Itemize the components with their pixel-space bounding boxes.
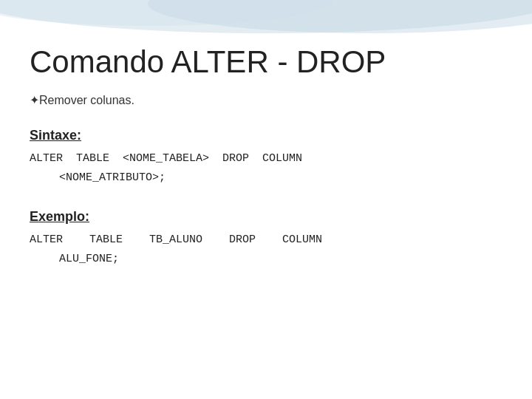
page-title: Comando ALTER - DROP	[30, 44, 502, 80]
sintaxe-code: ALTER TABLE <NOME_TABELA> DROP COLUMN <N…	[30, 149, 502, 187]
exemplo-code: ALTER TABLE TB_ALUNO DROP COLUMN ALU_FON…	[30, 231, 502, 268]
exemplo-label: Exemplo:	[30, 209, 502, 225]
top-decoration	[0, 0, 532, 44]
exemplo-line1: ALTER TABLE TB_ALUNO DROP COLUMN	[30, 231, 502, 250]
subtitle: ✦Remover colunas.	[30, 93, 502, 107]
main-content: Comando ALTER - DROP ✦Remover colunas. S…	[30, 44, 502, 384]
sintaxe-line1: ALTER TABLE <NOME_TABELA> DROP COLUMN	[30, 149, 502, 168]
sintaxe-label: Sintaxe:	[30, 128, 502, 143]
sintaxe-line2: <NOME_ATRIBUTO>;	[59, 168, 502, 188]
subtitle-text: ✦Remover colunas.	[30, 94, 134, 106]
sintaxe-section: Sintaxe: ALTER TABLE <NOME_TABELA> DROP …	[30, 128, 502, 187]
exemplo-section: Exemplo: ALTER TABLE TB_ALUNO DROP COLUM…	[30, 209, 502, 268]
exemplo-line2: ALU_FONE;	[59, 250, 502, 269]
